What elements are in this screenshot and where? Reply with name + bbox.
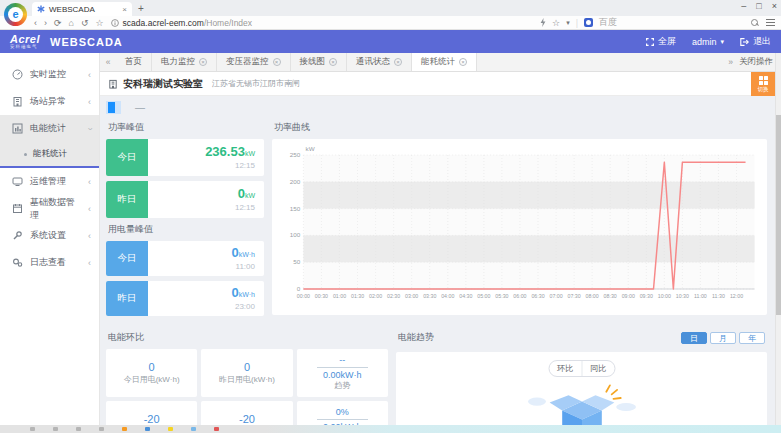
sidebar-item-label: 日志查看 — [30, 256, 66, 269]
sidebar-item-realtime-monitor[interactable]: 实时监控 ‹ — [0, 61, 99, 88]
chevron-left-icon: ‹ — [88, 231, 91, 241]
power-curve-svg[interactable]: 00:0000:3001:0001:3002:0002:3003:0003:30… — [276, 143, 763, 311]
tab-energy-stats[interactable]: 能耗统计× — [412, 53, 477, 71]
history-icon[interactable]: ↺ — [81, 17, 89, 29]
favicon-asterisk-icon — [37, 5, 45, 13]
user-menu[interactable]: admin ▾ — [692, 37, 724, 47]
tab-close-icon[interactable]: × — [459, 58, 467, 66]
taskbar-icon[interactable] — [214, 427, 219, 431]
taskbar — [0, 425, 781, 433]
forward-icon[interactable]: › — [44, 17, 47, 29]
svg-text:07:30: 07:30 — [568, 293, 581, 299]
tab-close-icon[interactable]: × — [273, 58, 281, 66]
sidebar-subitem-energy-consumption[interactable]: 能耗统计 — [0, 142, 99, 166]
tab-label: 通讯状态 — [356, 56, 390, 68]
sidebar-item-station-alarm[interactable]: 场站异常 ‹ — [0, 88, 99, 115]
tab-power-monitor[interactable]: 电力监控× — [152, 53, 217, 71]
taskbar-icon[interactable] — [30, 427, 35, 431]
svg-text:02:30: 02:30 — [387, 293, 400, 299]
site-info-icon — [111, 19, 119, 27]
sidebar-item-basic-data[interactable]: 基础数据管理 ‹ — [0, 195, 99, 222]
svg-text:05:00: 05:00 — [477, 293, 490, 299]
range-month-button[interactable]: 月 — [710, 332, 736, 344]
power-peak-today-time: 12:15 — [235, 161, 255, 171]
page-scrollbar — [775, 53, 781, 425]
back-icon[interactable]: ‹ — [34, 17, 37, 29]
svg-text:03:30: 03:30 — [423, 293, 436, 299]
svg-text:10:00: 10:00 — [658, 293, 671, 299]
value: 0% — [336, 406, 349, 418]
power-peak-today-value: 236.53 — [205, 144, 245, 159]
logout-button[interactable]: 退出 — [740, 35, 771, 48]
browser-tab-close-icon[interactable]: × — [122, 5, 127, 14]
browser-tab[interactable]: WEBSCADA × — [32, 2, 132, 16]
new-tab-button[interactable]: + — [138, 2, 144, 16]
taskbar-icon[interactable] — [122, 427, 127, 431]
label: 昨日用电(kW·h) — [219, 375, 275, 386]
power-peak-yesterday-card: 昨日 0kW 12:15 — [106, 181, 264, 218]
tab-wiring-diagram[interactable]: 接线图× — [291, 53, 348, 71]
sidebar-item-system-settings[interactable]: 系统设置 ‹ — [0, 222, 99, 249]
energy-compare-title: 电能环比 — [108, 331, 388, 344]
svg-text:06:00: 06:00 — [513, 293, 526, 299]
fullscreen-icon — [646, 38, 654, 46]
tabs-scroll-right-button[interactable]: » — [728, 57, 733, 67]
sidebar-item-energy-stats[interactable]: 电能统计 ‹ — [0, 115, 99, 142]
tab-comm-status[interactable]: 通讯状态× — [347, 53, 412, 71]
yesterday-label: 昨日 — [106, 281, 148, 316]
menu-icon[interactable] — [766, 19, 775, 26]
taskbar-icon[interactable] — [99, 427, 104, 431]
tab-close-icon[interactable]: × — [329, 58, 337, 66]
search-icon[interactable] — [751, 19, 759, 27]
search-engine-label[interactable]: 百度 — [599, 16, 617, 29]
tab-close-icon[interactable]: × — [394, 58, 402, 66]
baidu-icon[interactable] — [584, 18, 593, 27]
window-minimize-button[interactable]: – — [741, 1, 746, 11]
taskbar-icon[interactable] — [145, 427, 150, 431]
browser-logo-icon[interactable]: e — [4, 3, 27, 26]
range-year-button[interactable]: 年 — [739, 332, 765, 344]
svg-text:01:30: 01:30 — [351, 293, 364, 299]
sidebar-item-label: 场站异常 — [30, 95, 66, 108]
svg-text:09:00: 09:00 — [622, 293, 635, 299]
sidebar: 实时监控 ‹ 场站异常 ‹ 电能统计 ‹ 能耗统计 运维管理 ‹ — [0, 53, 100, 425]
energy-trend-title: 电能趋势 — [398, 331, 434, 344]
url-host: scada.acrel-eem.com — [123, 18, 204, 28]
energy-peak-today-card: 今日 0kW·h 11:00 — [106, 241, 264, 276]
unit: kW — [245, 150, 255, 157]
fullscreen-button[interactable]: 全屏 — [646, 35, 676, 48]
taskbar-icon[interactable] — [76, 427, 81, 431]
tabs-scroll-left-button[interactable]: « — [100, 53, 116, 71]
bookmark-star-icon[interactable]: ☆ — [552, 17, 560, 29]
legend-yoy-pill[interactable]: 同比 — [581, 361, 614, 376]
power-peak-yesterday-value: 0 — [238, 186, 245, 201]
sidebar-item-om-management[interactable]: 运维管理 ‹ — [0, 168, 99, 195]
taskbar-icon[interactable] — [168, 427, 173, 431]
switch-station-button[interactable]: 切换 — [751, 72, 775, 96]
tab-close-icon[interactable]: × — [199, 58, 207, 66]
logout-label: 退出 — [753, 35, 771, 48]
dropdown-chevron-icon[interactable]: ▾ — [566, 17, 570, 29]
tab-home[interactable]: 首页 — [116, 53, 152, 71]
taskbar-icon[interactable] — [53, 427, 58, 431]
svg-text:11:00: 11:00 — [694, 293, 707, 299]
range-day-button[interactable]: 日 — [681, 332, 707, 344]
flash-pin-icon[interactable] — [540, 18, 546, 27]
url-field[interactable]: scada.acrel-eem.com/Home/Index — [111, 18, 533, 28]
energy-peak-title: 用电量峰值 — [108, 223, 264, 236]
sidebar-item-log-view[interactable]: 日志查看 ‹ — [0, 249, 99, 276]
close-operations-menu[interactable]: 关闭操作 — [739, 56, 773, 68]
svg-text:100: 100 — [290, 232, 301, 239]
scrollbar-thumb[interactable] — [776, 115, 781, 315]
url-path: /Home/Index — [204, 18, 252, 28]
taskbar-icon[interactable] — [191, 427, 196, 431]
reload-icon[interactable]: ⟳ — [54, 17, 62, 29]
legend-mom-pill[interactable]: 环比 — [549, 361, 581, 376]
window-close-button[interactable]: × — [772, 1, 777, 11]
favorites-star-icon[interactable]: ☆ — [96, 17, 104, 29]
yesterday-usage-cell: 0 昨日用电(kW·h) — [201, 349, 292, 397]
tab-transformer-monitor[interactable]: 变压器监控× — [217, 53, 291, 71]
calendar-icon — [12, 203, 23, 214]
window-maximize-button[interactable]: □ — [756, 1, 761, 11]
home-icon[interactable]: ⌂ — [69, 17, 74, 29]
